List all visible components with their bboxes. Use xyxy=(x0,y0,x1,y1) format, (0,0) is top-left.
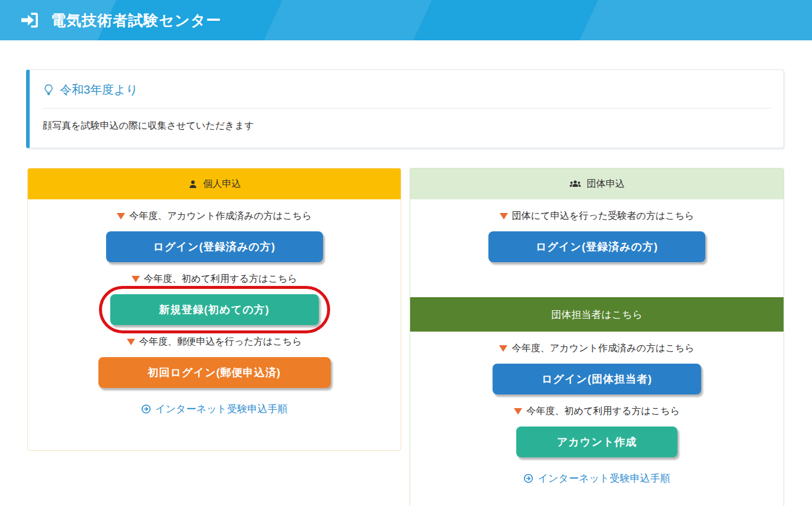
group-manager-login-button[interactable]: ログイン(団体担当者) xyxy=(493,364,701,394)
group-examinee-login-button[interactable]: ログイン(登録済みの方) xyxy=(488,231,705,262)
triangle-marker-icon xyxy=(514,408,522,415)
group-procedure-link[interactable]: インターネット受験申込手順 xyxy=(410,472,784,485)
triangle-marker-icon xyxy=(127,339,135,345)
personal-card-title: 個人申込 xyxy=(203,178,241,190)
group-section3-label: 今年度、初めて利用する方はこちら xyxy=(410,405,784,418)
personal-section1-label: 今年度、アカウント作成済みの方はこちら xyxy=(28,210,401,222)
person-icon xyxy=(188,179,198,189)
group-section1-label: 団体にて申込を行った受験者の方はこちら xyxy=(410,210,784,222)
triangle-marker-icon xyxy=(499,345,507,352)
personal-first-login-button[interactable]: 初回ログイン(郵便申込済) xyxy=(98,357,331,388)
personal-procedure-link[interactable]: インターネット受験申込手順 xyxy=(28,402,401,416)
notice-body-text: 顔写真を試験申込の際に収集させていただきます xyxy=(43,120,772,132)
sign-in-icon xyxy=(20,11,39,30)
personal-card-header: 個人申込 xyxy=(28,168,401,199)
top-header-bar: 電気技術者試験センター xyxy=(0,0,812,40)
notice-title: 令和3年度より xyxy=(60,82,138,98)
group-manager-band: 団体担当者はこちら xyxy=(410,297,784,332)
group-section2-label: 今年度、アカウント作成済みの方はこちら xyxy=(410,342,784,355)
personal-login-button[interactable]: ログイン(登録済みの方) xyxy=(106,231,323,262)
register-button-wrap: 新規登録(初めての方) xyxy=(110,294,319,325)
lightbulb-icon xyxy=(43,84,55,97)
personal-section3-label: 今年度、郵便申込を行った方はこちら xyxy=(28,336,401,348)
arrow-circle-right-icon xyxy=(523,473,533,483)
arrow-circle-right-icon xyxy=(141,404,151,414)
users-group-icon xyxy=(569,179,581,189)
personal-section2-label: 今年度、初めて利用する方はこちら xyxy=(28,273,401,285)
personal-application-card: 個人申込 今年度、アカウント作成済みの方はこちら ログイン(登録済みの方) 今年… xyxy=(27,168,401,451)
triangle-marker-icon xyxy=(500,213,508,219)
application-cards-row: 個人申込 今年度、アカウント作成済みの方はこちら ログイン(登録済みの方) 今年… xyxy=(27,168,812,506)
group-application-card: 団体申込 団体にて申込を行った受験者の方はこちら ログイン(登録済みの方) 団体… xyxy=(410,168,784,506)
personal-register-button[interactable]: 新規登録(初めての方) xyxy=(110,294,319,325)
triangle-marker-icon xyxy=(117,213,125,219)
group-create-account-button[interactable]: アカウント作成 xyxy=(516,427,677,457)
group-card-title: 団体申込 xyxy=(587,178,625,190)
site-title: 電気技術者試験センター xyxy=(51,11,222,30)
group-card-header: 団体申込 xyxy=(410,168,784,199)
triangle-marker-icon xyxy=(132,276,140,282)
notice-panel: 令和3年度より 顔写真を試験申込の際に収集させていただきます xyxy=(26,69,784,148)
notice-divider xyxy=(43,108,772,109)
notice-title-row: 令和3年度より xyxy=(43,82,772,98)
